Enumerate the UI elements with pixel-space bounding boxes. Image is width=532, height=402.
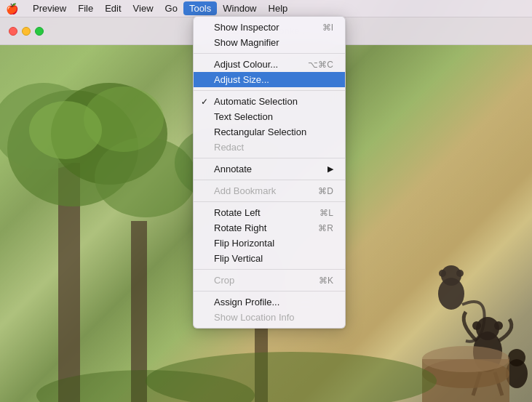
- menu-item-rotate-left[interactable]: Rotate Left ⌘L: [194, 205, 345, 220]
- rotate-left-label: Rotate Left: [214, 207, 261, 218]
- rotate-right-shortcut: ⌘R: [318, 223, 333, 233]
- show-magnifier-label: Show Magnifier: [214, 37, 279, 48]
- show-inspector-label: Show Inspector: [214, 22, 279, 33]
- separator-7: [194, 291, 345, 292]
- menu-item-show-inspector[interactable]: Show Inspector ⌘I: [194, 20, 345, 35]
- adjust-colour-shortcut: ⌥⌘C: [308, 60, 333, 70]
- text-selection-label: Text Selection: [214, 111, 273, 122]
- menu-item-show-magnifier[interactable]: Show Magnifier: [194, 35, 345, 50]
- menu-item-flip-vertical[interactable]: Flip Vertical: [194, 251, 345, 266]
- menu-item-text-selection[interactable]: Text Selection: [194, 109, 345, 124]
- annotate-label: Annotate: [214, 164, 252, 174]
- flip-vertical-label: Flip Vertical: [214, 253, 263, 264]
- svg-point-17: [472, 321, 481, 330]
- flip-horizontal-label: Flip Horizontal: [214, 238, 274, 249]
- show-inspector-shortcut: ⌘I: [322, 23, 333, 33]
- svg-point-10: [84, 87, 164, 152]
- separator-1: [194, 53, 345, 54]
- menubar-help[interactable]: Help: [263, 1, 294, 15]
- menu-item-adjust-size[interactable]: Adjust Size...: [194, 72, 345, 87]
- automatic-selection-check: ✓: [201, 97, 208, 107]
- svg-point-20: [508, 349, 525, 366]
- separator-3: [194, 158, 345, 158]
- rectangular-selection-label: Rectangular Selection: [214, 126, 306, 137]
- menu-item-redact: Redact: [194, 140, 345, 155]
- separator-6: [194, 269, 345, 270]
- svg-point-18: [494, 321, 503, 330]
- annotate-submenu-arrow: ▶: [327, 164, 333, 174]
- menubar-preview[interactable]: Preview: [27, 1, 72, 15]
- menubar-window[interactable]: Window: [217, 1, 262, 15]
- rotate-right-label: Rotate Right: [214, 222, 266, 233]
- apple-menu-icon[interactable]: 🍎: [6, 3, 18, 15]
- menu-item-show-location-info: Show Location Info: [194, 310, 345, 325]
- svg-point-13: [439, 270, 446, 277]
- adjust-size-label: Adjust Size...: [214, 74, 269, 85]
- separator-4: [194, 180, 345, 180]
- menu-item-rotate-right[interactable]: Rotate Right ⌘R: [194, 220, 345, 236]
- menubar-tools[interactable]: Tools: [183, 1, 217, 15]
- separator-5: [194, 201, 345, 202]
- menu-item-crop: Crop ⌘K: [194, 273, 345, 288]
- menu-item-flip-horizontal[interactable]: Flip Horizontal: [194, 236, 345, 251]
- svg-point-23: [422, 346, 509, 372]
- menu-item-rectangular-selection[interactable]: Rectangular Selection: [194, 124, 345, 140]
- menu-item-assign-profile[interactable]: Assign Profile...: [194, 294, 345, 310]
- separator-2: [194, 90, 345, 91]
- add-bookmark-shortcut: ⌘D: [318, 186, 333, 196]
- automatic-selection-label: Automatic Selection: [214, 96, 298, 107]
- crop-label: Crop: [214, 275, 234, 286]
- menubar-file[interactable]: File: [72, 1, 99, 15]
- menubar-go[interactable]: Go: [159, 1, 183, 15]
- crop-shortcut: ⌘K: [319, 276, 333, 286]
- show-location-info-label: Show Location Info: [214, 312, 295, 323]
- adjust-colour-label: Adjust Colour...: [214, 59, 278, 70]
- add-bookmark-label: Add Bookmark: [214, 185, 276, 196]
- svg-point-14: [456, 270, 464, 277]
- menubar-edit[interactable]: Edit: [99, 1, 127, 15]
- menu-item-add-bookmark: Add Bookmark ⌘D: [194, 183, 345, 198]
- rotate-left-shortcut: ⌘L: [319, 208, 333, 218]
- tools-dropdown-menu: Show Inspector ⌘I Show Magnifier Adjust …: [193, 16, 346, 329]
- menu-bar: 🍎 Preview File Edit View Go Tools Window…: [0, 0, 532, 17]
- menu-item-annotate[interactable]: Annotate ▶: [194, 161, 345, 177]
- redact-label: Redact: [214, 142, 244, 153]
- menu-item-automatic-selection[interactable]: ✓ Automatic Selection: [194, 94, 345, 109]
- menu-item-adjust-colour[interactable]: Adjust Colour... ⌥⌘C: [194, 57, 345, 72]
- menubar-view[interactable]: View: [127, 1, 159, 15]
- assign-profile-label: Assign Profile...: [214, 297, 279, 307]
